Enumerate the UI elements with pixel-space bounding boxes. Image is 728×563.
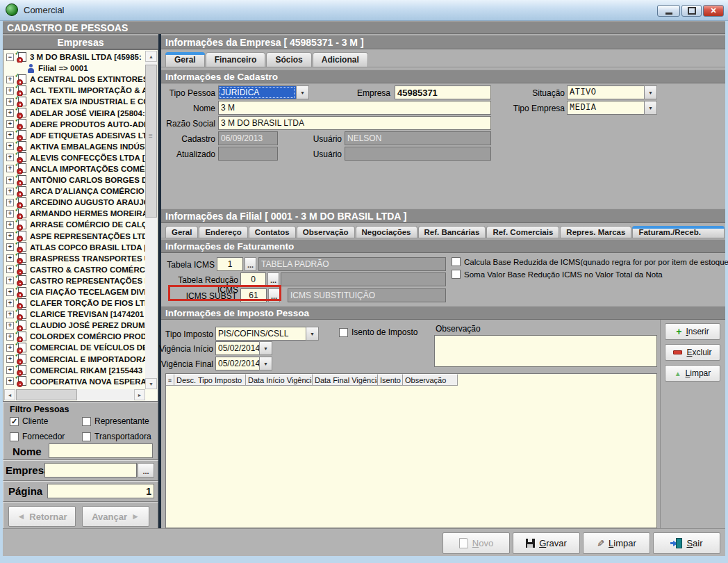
checkbox-icon[interactable] xyxy=(82,432,91,441)
tree-item[interactable]: −✓3 M DO BRASIL LTDA [45985: xyxy=(4,51,145,63)
filter-checkbox-representante[interactable]: Representante xyxy=(82,416,153,426)
chevron-down-icon[interactable]: ▼ xyxy=(644,101,657,115)
tree-item[interactable]: +✓COMERCIAL E IMPORTADORA xyxy=(4,354,145,365)
save-button[interactable]: Gravar xyxy=(513,532,580,554)
collapse-icon[interactable]: − xyxy=(6,54,14,61)
tab-adicional[interactable]: Adicional xyxy=(313,52,368,67)
expand-icon[interactable]: + xyxy=(6,188,14,195)
checkbox-icon[interactable]: ✓ xyxy=(10,417,19,426)
expand-icon[interactable]: + xyxy=(6,199,14,206)
legal-name-input[interactable]: 3 M DO BRASIL LTDA xyxy=(218,116,491,130)
icms-reduction-browse-button[interactable]: ... xyxy=(267,272,279,286)
expand-icon[interactable]: + xyxy=(6,355,14,363)
grid-menu-icon[interactable]: ≡ xyxy=(166,374,174,386)
tree-item[interactable]: +✓ANTÔNIO CARLOS BORGES DA xyxy=(4,174,145,186)
tree-item[interactable]: +✓CLARICE TREVISAN [1474201 xyxy=(4,309,145,320)
filter-checkbox-transportadora[interactable]: Transportadora xyxy=(82,432,153,441)
name-input[interactable]: 3 M xyxy=(218,101,491,115)
validity-start-datepicker[interactable]: 05/02/2014 ▼ xyxy=(215,341,272,355)
tree-item[interactable]: +✓ARCEDINO AUGUSTO ARAUJO xyxy=(4,197,145,208)
tree-item[interactable]: +✓A CENTRAL DOS EXTINTORES S xyxy=(4,74,145,85)
tree-item[interactable]: +✓ARCA D'ALIANÇA COMÉRCIO E xyxy=(4,186,145,197)
company-code-input[interactable]: 45985371 xyxy=(395,85,491,99)
expand-icon[interactable]: + xyxy=(6,165,14,172)
company-filter-input[interactable] xyxy=(44,463,137,478)
clear-grid-button[interactable]: ▲ Limpar xyxy=(665,365,720,382)
expand-icon[interactable]: + xyxy=(6,322,14,329)
chevron-down-icon[interactable]: ▼ xyxy=(296,85,309,99)
tree-item[interactable]: +✓ANCLA IMPORTAÇÕES COMÉRC xyxy=(4,163,145,174)
tree-item[interactable]: +✓ALEVIS CONFECÇÕES LTDA [17 xyxy=(4,152,145,163)
expand-icon[interactable]: + xyxy=(6,109,14,117)
scrollbar-thumb[interactable] xyxy=(16,389,77,400)
checkbox-icon[interactable] xyxy=(452,270,461,279)
tab-observa-o[interactable]: Observação xyxy=(297,226,355,238)
title-bar[interactable]: Comercial ✕ xyxy=(0,0,728,21)
expand-icon[interactable]: + xyxy=(6,288,14,296)
company-tree-body[interactable]: −✓3 M DO BRASIL LTDA [45985:Filial => 00… xyxy=(4,51,145,389)
observation-textarea[interactable] xyxy=(434,335,657,367)
tax-type-select[interactable]: PIS/COFINS/CSLL ▼ xyxy=(215,327,319,341)
expand-icon[interactable]: + xyxy=(6,131,14,139)
icms-subst-browse-button[interactable]: ... xyxy=(268,288,280,302)
chevron-down-icon[interactable]: ▼ xyxy=(306,327,319,341)
expand-icon[interactable]: + xyxy=(6,76,14,83)
company-size-select[interactable]: MEDIA ▼ xyxy=(567,101,657,115)
expand-icon[interactable]: + xyxy=(6,266,14,273)
expand-icon[interactable]: + xyxy=(6,311,14,318)
tree-item[interactable]: +✓COMERCIAL DE VEÍCULOS DEL xyxy=(4,342,145,353)
tree-item[interactable]: +✓AKTIVA EMBALAGENS INDÚST xyxy=(4,141,145,152)
company-tree[interactable]: −✓3 M DO BRASIL LTDA [45985:Filial => 00… xyxy=(3,49,158,402)
delete-button[interactable]: Excluir xyxy=(665,344,720,361)
expand-icon[interactable]: + xyxy=(6,120,14,128)
calc-reduced-base-checkbox[interactable]: Calcula Base Reduzida de ICMS(qunado reg… xyxy=(452,257,728,266)
tree-item[interactable]: +✓CASTRO & CASTRO COMÉRCIC xyxy=(4,264,145,275)
tree-item[interactable]: +✓CLAFER TORÇÃO DE FIOS LTDA xyxy=(4,297,145,309)
tree-item[interactable]: +✓BRASPRESS TRANSPORTES UR xyxy=(4,253,145,264)
chevron-down-icon[interactable]: ▼ xyxy=(259,341,272,355)
expand-icon[interactable]: + xyxy=(6,142,14,150)
chevron-down-icon[interactable]: ▼ xyxy=(644,85,657,99)
scroll-left-icon[interactable]: ◄ xyxy=(4,389,15,400)
icms-reduction-table-input[interactable]: 0 xyxy=(240,272,266,286)
expand-icon[interactable]: + xyxy=(6,366,14,374)
filter-checkbox-cliente[interactable]: ✓Cliente xyxy=(10,416,82,426)
tree-item[interactable]: +✓ACL TEXTIL IMPORTAÇÃO & A xyxy=(4,85,145,96)
expand-icon[interactable]: + xyxy=(6,300,14,307)
icms-subst-input[interactable]: 61 xyxy=(240,288,267,302)
close-button[interactable]: ✕ xyxy=(703,5,724,17)
tab-negocia-es[interactable]: Negociações xyxy=(356,226,417,238)
expand-icon[interactable]: + xyxy=(6,377,14,385)
validity-end-datepicker[interactable]: 05/02/2014 ▼ xyxy=(215,357,272,370)
tab-geral[interactable]: Geral xyxy=(165,226,198,238)
filter-checkbox-fornecedor[interactable]: Fornecedor xyxy=(10,432,82,441)
expand-icon[interactable]: + xyxy=(6,344,14,352)
expand-icon[interactable]: + xyxy=(6,177,14,184)
insert-button[interactable]: + Inserir xyxy=(665,323,720,340)
tree-item[interactable]: +✓ATLAS COPCO BRASIL LTDA [ xyxy=(4,242,145,253)
company-browse-button[interactable]: ... xyxy=(138,463,154,478)
tab-endere-o[interactable]: Endereço xyxy=(199,226,247,238)
scroll-right-icon[interactable]: ► xyxy=(134,389,145,400)
checkbox-icon[interactable] xyxy=(82,417,91,426)
grid-column-isento[interactable]: Isento xyxy=(378,374,403,386)
tab-faturam-receb[interactable]: Faturam./Receb. xyxy=(632,226,725,238)
tab-ref-comerciais[interactable]: Ref. Comerciais xyxy=(486,226,559,238)
tax-exempt-checkbox[interactable]: Isento de Imposto xyxy=(339,327,417,337)
tree-item[interactable]: +✓ASPE REPRESENTAÇÕES LTDA xyxy=(4,231,145,242)
tab-repres-marcas[interactable]: Repres. Marcas xyxy=(560,226,631,238)
name-filter-input[interactable] xyxy=(49,443,153,458)
tree-item[interactable]: +✓ARMANDO HERMES MOREIRA xyxy=(4,208,145,219)
scrollbar-thumb[interactable] xyxy=(145,65,157,218)
expand-icon[interactable]: + xyxy=(6,333,14,341)
expand-icon[interactable]: + xyxy=(6,277,14,284)
icms-table-browse-button[interactable]: ... xyxy=(245,257,256,271)
tree-item[interactable]: +✓CIA FIAÇÃO TECELAGEM DIVIN xyxy=(4,286,145,297)
tab-contatos[interactable]: Contatos xyxy=(249,226,296,238)
tree-item[interactable]: +✓ARRASE COMÉRCIO DE CALÇA xyxy=(4,219,145,230)
maximize-button[interactable] xyxy=(681,5,702,17)
chevron-down-icon[interactable]: ▼ xyxy=(259,357,272,370)
grid-column-observa-o[interactable]: Observação xyxy=(403,374,458,386)
checkbox-icon[interactable] xyxy=(452,257,461,266)
tree-vertical-scrollbar[interactable]: ▲ ▼ xyxy=(145,51,157,389)
